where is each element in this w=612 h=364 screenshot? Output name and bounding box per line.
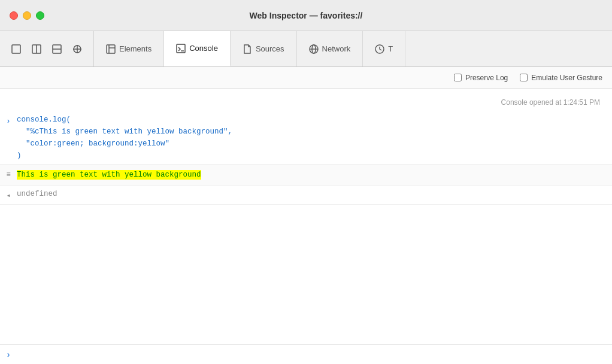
code-line-1: console.log( <box>17 116 71 124</box>
console-entry-input: › console.log( "%cThis is green text wit… <box>0 111 612 165</box>
tab-console[interactable]: Console <box>164 31 231 66</box>
preserve-log-option[interactable]: Preserve Log <box>454 74 508 82</box>
minimize-button[interactable] <box>23 11 31 20</box>
emulate-gesture-checkbox[interactable] <box>520 74 528 81</box>
svg-rect-11 <box>177 44 185 53</box>
console-entry-output: ≡ This is green text with yellow backgro… <box>0 165 612 186</box>
code-line-3: "color:green; background:yellow" <box>17 139 169 148</box>
console-options-bar: Preserve Log Emulate User Gesture <box>0 67 612 89</box>
tab-sources-label: Sources <box>256 44 284 53</box>
emulate-gesture-option[interactable]: Emulate User Gesture <box>520 74 602 82</box>
prompt-arrow-icon: › <box>0 350 17 359</box>
console-prompt-input[interactable] <box>17 350 612 359</box>
console-result-body: undefined <box>17 188 612 200</box>
console-prompt: › <box>0 344 612 364</box>
toolbar: Elements Console Sources <box>0 31 612 67</box>
window-title: Web Inspector — favorites:// <box>250 11 363 20</box>
styled-output-text: This is green text with yellow backgroun… <box>17 170 201 180</box>
title-bar: Web Inspector — favorites:// <box>0 0 612 31</box>
code-line-2: "%cThis is green text with yellow backgr… <box>17 128 232 136</box>
tab-sources[interactable]: Sources <box>231 31 297 66</box>
code-line-4: ) <box>17 151 22 160</box>
maximize-button[interactable] <box>36 11 44 20</box>
tab-elements[interactable]: Elements <box>94 31 164 66</box>
result-value: undefined <box>17 190 57 198</box>
preserve-log-label: Preserve Log <box>465 74 508 82</box>
svg-rect-0 <box>12 45 20 53</box>
preserve-log-checkbox[interactable] <box>454 74 462 81</box>
console-entry-result: ◂ undefined <box>0 186 612 205</box>
tab-console-label: Console <box>189 44 218 53</box>
tab-timelines-label: T <box>388 44 393 53</box>
close-button[interactable] <box>10 11 18 20</box>
console-input-body: console.log( "%cThis is green text with … <box>17 114 612 162</box>
toolbar-icon-group <box>0 31 94 66</box>
tab-bar: Elements Console Sources <box>94 31 612 66</box>
console-timestamp: Console opened at 1:24:51 PM <box>0 89 612 111</box>
layout-1-icon[interactable] <box>6 39 26 59</box>
console-output-gutter: ≡ <box>0 167 17 181</box>
console-output-body: This is green text with yellow backgroun… <box>17 167 612 183</box>
console-result-gutter: ◂ <box>0 188 17 202</box>
emulate-gesture-label: Emulate User Gesture <box>531 74 602 82</box>
layout-3-icon[interactable] <box>47 39 67 59</box>
svg-rect-8 <box>107 45 115 53</box>
console-content: Console opened at 1:24:51 PM › console.l… <box>0 89 612 364</box>
traffic-lights <box>10 11 44 20</box>
tab-elements-label: Elements <box>119 44 152 53</box>
tab-timelines[interactable]: T <box>363 31 405 66</box>
input-arrow-icon: › <box>6 116 11 128</box>
layout-2-icon[interactable] <box>26 39 47 59</box>
tab-network-label: Network <box>322 44 351 53</box>
tab-network[interactable]: Network <box>297 31 363 66</box>
element-picker-icon[interactable] <box>67 39 87 59</box>
console-input-gutter: › <box>0 114 17 128</box>
